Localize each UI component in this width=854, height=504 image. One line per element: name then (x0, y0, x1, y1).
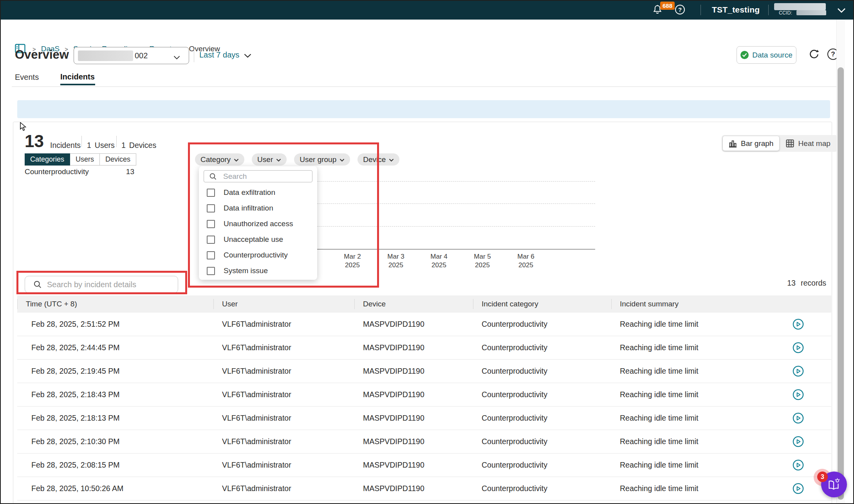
table-column-header[interactable]: Time (UTC + 8) (17, 295, 213, 313)
cell-device: MASPVDIPD1190 (354, 343, 473, 352)
table-row[interactable]: Feb 28, 2025, 2:51:52 PM VLF6T\administr… (17, 313, 831, 336)
category-option-label: Data exfiltration (224, 188, 275, 197)
cell-user: VLF6T\administrator (213, 484, 354, 493)
date-range-selector[interactable]: Last 7 days (199, 50, 251, 59)
checkbox[interactable] (207, 267, 215, 275)
heat-map-toggle[interactable]: Heat map (780, 136, 836, 151)
checkbox[interactable] (207, 220, 215, 228)
table-row[interactable]: Feb 28, 2025, 2:18:13 PM VLF6T\administr… (17, 407, 831, 430)
table-row[interactable]: Feb 28, 2025, 2:18:43 PM VLF6T\administr… (17, 383, 831, 407)
filter-pill[interactable]: Device (357, 153, 399, 166)
cell-time: Feb 28, 2025, 2:51:52 PM (17, 320, 213, 329)
topbar-divider (701, 5, 701, 15)
table-row[interactable]: Feb 28, 2025, 2:19:45 PM VLF6T\administr… (17, 360, 831, 383)
chevron-down-icon (234, 158, 239, 162)
filter-pill[interactable]: Category (195, 153, 244, 166)
play-icon (792, 365, 804, 377)
data-source-status-icon (740, 51, 749, 59)
refresh-icon[interactable] (808, 49, 820, 62)
play-recording-button[interactable] (765, 318, 831, 330)
incident-search-box[interactable] (25, 276, 178, 293)
heat-map-label: Heat map (798, 139, 830, 148)
cell-user: VLF6T\administrator (213, 414, 354, 423)
users-count: 1 (87, 141, 91, 150)
play-recording-button[interactable] (765, 365, 831, 377)
cell-device: MASPVDIPD1190 (354, 367, 473, 376)
users-label: Users (95, 141, 115, 150)
table-row[interactable]: Feb 28, 2025, 2:44:45 PM VLF6T\administr… (17, 336, 831, 360)
category-option-label: Data infiltration (224, 204, 273, 212)
cell-device: MASPVDIPD1190 (354, 461, 473, 470)
checkbox[interactable] (207, 204, 215, 212)
checkbox[interactable] (207, 236, 215, 244)
play-icon (792, 342, 804, 354)
account-chevron-down-icon[interactable] (837, 7, 846, 14)
site-selector-dropdown[interactable]: 002 (74, 47, 189, 64)
cell-summary: Reaching idle time limit (611, 390, 765, 399)
category-option[interactable]: Unauthorized access (199, 216, 317, 232)
category-option[interactable]: Counterproductivity (199, 247, 317, 263)
table-column-header[interactable]: Device (354, 295, 473, 313)
cell-category: Counterproductivity (473, 367, 611, 376)
data-source-button[interactable]: Data source (737, 46, 796, 64)
dropdown-search-input[interactable] (223, 172, 302, 181)
dropdown-search-box[interactable] (204, 170, 312, 182)
chart-x-tick-label: Mar 22025 (333, 252, 372, 270)
filter-pill-label: User (257, 155, 273, 164)
filter-pill-label: Category (200, 155, 231, 164)
category-option[interactable]: Unacceptable use (199, 232, 317, 247)
checkbox[interactable] (207, 189, 215, 197)
ccid-label: CCID: (779, 10, 792, 16)
topbar-help-icon[interactable] (675, 5, 685, 14)
filter-pill-label: User group (300, 155, 336, 164)
incident-search-input[interactable] (47, 280, 172, 289)
table-row[interactable]: Feb 28, 2025, 2:08:15 PM VLF6T\administr… (17, 454, 831, 477)
table-column-header[interactable]: User (213, 295, 354, 313)
cell-time: Feb 28, 2025, 2:10:30 PM (17, 437, 213, 446)
breakdown-tab[interactable]: Users (70, 153, 100, 166)
chart-x-tick-label: Mar 32025 (376, 252, 415, 270)
play-icon (792, 318, 804, 330)
category-filter-dropdown: Data exfiltration Data infiltration Unau… (199, 166, 317, 280)
date-range-chevron-icon (244, 54, 251, 58)
category-option-label: Unauthorized access (224, 220, 293, 228)
breakdown-tab[interactable]: Categories (25, 153, 70, 166)
table-body: Feb 28, 2025, 2:51:52 PM VLF6T\administr… (17, 313, 831, 500)
cell-user: VLF6T\administrator (213, 461, 354, 470)
filter-pill-label: Device (363, 155, 386, 164)
breakdown-row[interactable]: Counterproductivity 13 (25, 166, 134, 178)
date-range-value: Last 7 days (199, 50, 239, 59)
tab-events[interactable]: Events (15, 73, 39, 82)
breakdown-tab[interactable]: Devices (100, 153, 136, 166)
play-recording-button[interactable] (765, 389, 831, 401)
table-row[interactable]: Feb 28, 2025, 2:10:30 PM VLF6T\administr… (17, 430, 831, 454)
records-value: 13 (787, 279, 796, 287)
page-title: Overview (15, 48, 69, 62)
table-row[interactable]: Feb 28, 2025, 10:50:26 AM VLF6T\administ… (17, 477, 831, 500)
tab-incidents[interactable]: Incidents (60, 72, 95, 81)
category-option[interactable]: Data infiltration (199, 200, 317, 216)
cell-device: MASPVDIPD1190 (354, 390, 473, 399)
heat-map-icon (786, 139, 794, 148)
scrollbar-thumb[interactable] (838, 67, 844, 500)
play-recording-button[interactable] (765, 436, 831, 448)
data-source-label: Data source (752, 51, 792, 59)
play-icon (792, 412, 804, 424)
search-icon (209, 173, 217, 180)
filter-pill[interactable]: User group (294, 153, 350, 166)
topbar-divider (768, 5, 769, 15)
chart-view-toggle: Bar graph Heat map (722, 135, 838, 152)
checkbox[interactable] (207, 251, 215, 259)
category-option[interactable]: System issue (199, 263, 317, 279)
category-option-label: Counterproductivity (224, 251, 288, 259)
play-recording-button[interactable] (765, 412, 831, 424)
cell-device: MASPVDIPD1190 (354, 437, 473, 446)
table-column-header[interactable]: Incident summary (611, 295, 765, 313)
filter-pill[interactable]: User (252, 153, 287, 166)
redacted-site-name (78, 50, 133, 61)
bar-graph-toggle[interactable]: Bar graph (723, 136, 779, 151)
table-column-header[interactable]: Incident category (473, 295, 611, 313)
category-option[interactable]: Data exfiltration (199, 185, 317, 200)
category-option-label: System issue (224, 266, 268, 275)
play-recording-button[interactable] (765, 342, 831, 354)
